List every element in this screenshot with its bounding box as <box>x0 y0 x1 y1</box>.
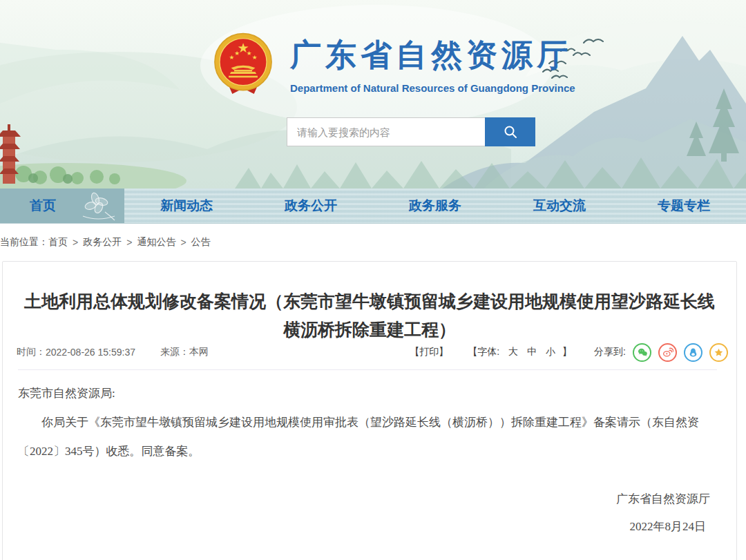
search-icon <box>503 124 518 139</box>
share-label: 分享到: <box>594 346 626 358</box>
wechat-share-icon[interactable] <box>633 343 651 362</box>
article-meta-tools: 【打印】 【字体: 大 中 小 】 分享到: <box>410 343 728 362</box>
article-body: 东莞市自然资源局: 你局关于《东莞市望牛墩镇预留城乡建设用地规模使用审批表（望沙… <box>18 379 721 466</box>
font-size-suffix: 】 <box>562 346 572 358</box>
meta-source-label: 来源： <box>160 346 189 358</box>
breadcrumb-item-home[interactable]: 首页 <box>48 236 68 249</box>
meta-time-value: 2022-08-26 15:59:37 <box>46 347 135 358</box>
qzone-share-icon[interactable] <box>709 343 728 362</box>
search-input[interactable] <box>287 117 485 146</box>
svg-text:★: ★ <box>252 54 258 61</box>
print-button[interactable]: 【打印】 <box>410 346 448 358</box>
nav-item-label: 首页 <box>30 197 56 215</box>
breadcrumb-separator: > <box>126 237 132 248</box>
site-brand: ★ ★ ★ ★ ★ 广东省自然资源厅 Departmen <box>213 32 575 98</box>
search-button[interactable] <box>485 117 535 146</box>
breadcrumb-item-gov-disclosure[interactable]: 政务公开 <box>83 236 122 249</box>
signature-date: 2022年8月24日 <box>630 519 707 534</box>
national-emblem-logo: ★ ★ ★ ★ ★ <box>213 32 274 98</box>
main-nav: 首页 新闻动态 政务公开 政务服务 互动交流 专题专栏 <box>0 189 746 224</box>
nav-item-label: 政务公开 <box>285 197 337 215</box>
article-title: 土地利用总体规划修改备案情况（东莞市望牛墩镇预留城乡建设用地规模使用望沙路延长线… <box>19 287 720 344</box>
font-size-small-button[interactable]: 小 <box>546 346 555 358</box>
nav-item-news[interactable]: 新闻动态 <box>124 189 249 223</box>
flower-decoration-icon <box>77 191 117 222</box>
nav-item-label: 专题专栏 <box>658 197 710 215</box>
search-bar <box>287 117 535 146</box>
font-size-control: 【字体: 大 中 小 】 <box>468 346 572 358</box>
meta-source-value: 本网 <box>189 346 209 358</box>
article-paragraph: 你局关于《东莞市望牛墩镇预留城乡建设用地规模使用审批表（望沙路延长线（横沥桥））… <box>18 408 721 466</box>
font-size-large-button[interactable]: 大 <box>508 346 518 358</box>
nav-item-home[interactable]: 首页 <box>0 189 124 223</box>
site-subtitle-english: Department of Natural Resources of Guang… <box>290 82 575 94</box>
breadcrumb-item-announcement[interactable]: 公告 <box>191 236 211 249</box>
breadcrumb-label: 当前位置： <box>0 236 48 249</box>
signature-name: 广东省自然资源厅 <box>616 491 710 507</box>
svg-text:★: ★ <box>234 50 240 57</box>
qq-share-icon[interactable] <box>684 343 702 362</box>
article-panel: 土地利用总体规划修改备案情况（东莞市望牛墩镇预留城乡建设用地规模使用望沙路延长线… <box>2 261 737 560</box>
breadcrumb-item-notices[interactable]: 通知公告 <box>137 236 175 249</box>
site-banner: ★ ★ ★ ★ ★ 广东省自然资源厅 Departmen <box>0 0 746 189</box>
weibo-share-icon[interactable] <box>658 343 677 362</box>
nav-item-gov-disclosure[interactable]: 政务公开 <box>249 189 373 223</box>
nav-item-special-topics[interactable]: 专题专栏 <box>622 189 746 223</box>
svg-text:★: ★ <box>229 54 235 61</box>
nav-item-label: 政务服务 <box>409 197 461 215</box>
breadcrumb-separator: > <box>73 237 78 248</box>
font-size-medium-button[interactable]: 中 <box>527 346 537 358</box>
nav-item-label: 互动交流 <box>533 197 586 215</box>
breadcrumb-separator: > <box>180 237 186 248</box>
nav-item-gov-services[interactable]: 政务服务 <box>373 189 497 223</box>
svg-text:★: ★ <box>247 50 252 57</box>
nav-item-label: 新闻动态 <box>160 197 213 215</box>
nav-item-interaction[interactable]: 互动交流 <box>497 189 622 223</box>
meta-divider <box>18 369 717 370</box>
article-meta-row: 时间： 2022-08-26 15:59:37 来源： 本网 【打印】 【字体:… <box>17 342 728 363</box>
font-size-prefix: 【字体: <box>468 346 499 358</box>
article-salutation: 东莞市自然资源局: <box>18 379 721 408</box>
meta-time-label: 时间： <box>17 346 46 358</box>
page: ★ ★ ★ ★ ★ 广东省自然资源厅 Departmen <box>0 0 746 560</box>
breadcrumb: 当前位置： 首页 > 政务公开 > 通知公告 > 公告 <box>0 224 746 261</box>
site-title: 广东省自然资源厅 <box>290 35 575 76</box>
